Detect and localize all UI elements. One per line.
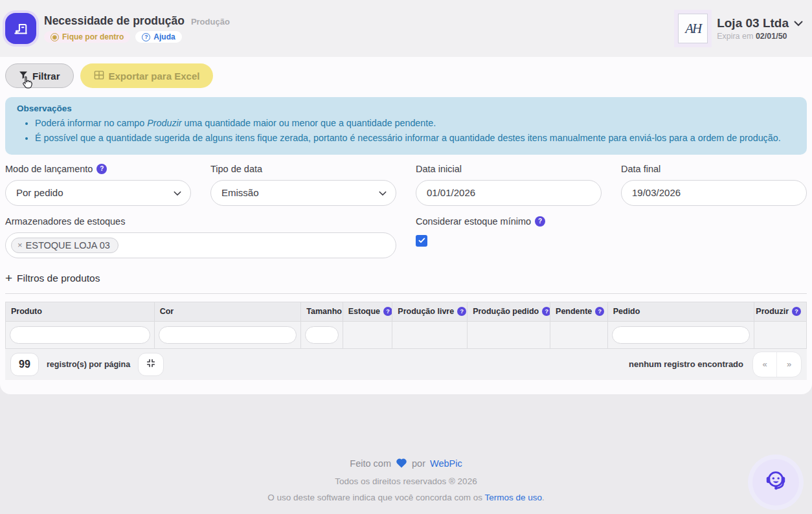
product-filters-toggle[interactable]: + Filtros de produtos: [5, 271, 807, 294]
filter-form: Modo de lançamento ? Por pedido Tipo de …: [5, 164, 807, 258]
pedido-filter-input[interactable]: [612, 326, 750, 344]
column-pedido: Pedido: [607, 302, 754, 321]
company-name: Loja 03 Ltda: [717, 16, 789, 30]
chevron-down-icon: [174, 187, 181, 198]
column-pendente: Pendente?: [550, 302, 608, 321]
stock-holders-input[interactable]: × ESTOQUE LOJA 03: [5, 232, 396, 258]
toolbar: Filtrar Exportar para Excel: [5, 62, 807, 91]
plus-icon: +: [5, 271, 12, 285]
table-filter-row: [6, 321, 807, 348]
remove-tag-icon[interactable]: ×: [17, 240, 23, 250]
by-text: por: [412, 459, 425, 469]
question-circle-icon: ?: [142, 33, 150, 41]
help-icon[interactable]: ?: [792, 307, 801, 316]
page-title: Necessidade de produção: [44, 14, 185, 28]
produto-filter-input[interactable]: [10, 326, 150, 344]
help-badge[interactable]: ? Ajuda: [135, 31, 181, 43]
observation-item: É possível que a quantidade sugerida de …: [35, 131, 795, 146]
start-date-input[interactable]: [427, 187, 591, 198]
top-header: Necessidade de produção Produção ◉ Fique…: [0, 0, 812, 57]
product-filters-label: Filtros de produtos: [17, 273, 100, 284]
stock-holders-field: Armazenadores de estoques × ESTOQUE LOJA…: [5, 216, 396, 258]
breadcrumb: Produção: [191, 17, 230, 27]
main-content: Filtrar Exportar para Excel Observações …: [0, 57, 812, 394]
help-icon[interactable]: ?: [595, 307, 604, 316]
production-table: Produto Cor Tamanho Estoque? Produção li…: [5, 302, 807, 349]
column-producao-livre: Produção livre?: [392, 302, 468, 321]
expiration-text: Expira em 02/01/50: [717, 32, 803, 41]
help-icon[interactable]: ?: [542, 307, 550, 316]
column-produzir: Produzir?: [754, 302, 807, 321]
filter-button[interactable]: Filtrar: [5, 63, 74, 88]
support-chat-button[interactable]: [752, 459, 799, 506]
pagination-bar: 99 registro(s) por página nenhum registr…: [5, 349, 807, 380]
column-estoque: Estoque?: [343, 302, 392, 321]
min-stock-label: Considerar estoque mínimo: [416, 216, 531, 227]
news-badge-label: Fique por dentro: [62, 32, 124, 41]
stock-holder-tag: × ESTOQUE LOJA 03: [11, 238, 118, 253]
brand-link[interactable]: WebPic: [430, 459, 462, 469]
compress-icon: [146, 358, 156, 370]
per-page-count[interactable]: 99: [10, 353, 39, 376]
end-date-input[interactable]: [632, 187, 796, 198]
made-with-text: Feito com: [350, 459, 391, 469]
end-date-label: Data final: [621, 164, 660, 174]
min-stock-checkbox[interactable]: [416, 235, 427, 247]
column-producao-pedido: Produção pedido?: [468, 302, 550, 321]
funnel-icon: [19, 71, 28, 82]
launch-mode-label: Modo de lançamento: [5, 164, 93, 174]
observations-title: Observações: [17, 104, 795, 113]
date-type-select[interactable]: Emissão: [210, 180, 396, 206]
observation-item: Poderá informar no campo Produzir uma qu…: [35, 116, 795, 131]
chevron-down-icon: [379, 187, 387, 198]
expiration-date: 02/01/50: [756, 32, 787, 41]
launch-mode-select[interactable]: Por pedido: [5, 180, 191, 206]
headset-agent-icon: [761, 466, 790, 498]
column-produto: Produto: [6, 302, 155, 321]
rights-text: Todos os direitos reservados ® 2026: [0, 477, 812, 486]
prev-page-button[interactable]: «: [753, 352, 777, 377]
produzir-emphasis: Produzir: [147, 118, 181, 128]
help-icon[interactable]: ?: [383, 307, 392, 316]
column-tamanho: Tamanho: [301, 302, 343, 321]
tamanho-filter-input[interactable]: [305, 326, 338, 344]
launch-mode-field: Modo de lançamento ? Por pedido: [5, 164, 191, 206]
end-date-field: Data final: [621, 164, 807, 206]
compress-button[interactable]: [138, 353, 164, 376]
company-selector[interactable]: Loja 03 Ltda: [717, 16, 803, 30]
stock-holder-tag-label: ESTOQUE LOJA 03: [26, 240, 110, 251]
footer: Feito com por WebPic Todos os direitos r…: [0, 394, 812, 502]
filter-button-label: Filtrar: [32, 71, 60, 82]
start-date-field: Data inicial: [416, 164, 602, 206]
chevron-down-icon: [794, 17, 803, 29]
company-logo: AH: [678, 14, 708, 43]
terms-link[interactable]: Termos de uso: [484, 493, 542, 502]
empty-result-message: nenhum registro encontrado: [629, 359, 743, 369]
launch-mode-value: Por pedido: [16, 187, 63, 198]
help-icon[interactable]: ?: [457, 307, 466, 316]
date-type-label: Tipo de data: [210, 164, 262, 174]
sewing-machine-icon: [5, 13, 36, 44]
help-icon[interactable]: ?: [96, 164, 107, 174]
next-page-button[interactable]: »: [777, 352, 801, 377]
start-date-label: Data inicial: [416, 164, 462, 174]
min-stock-field: Considerar estoque mínimo ?: [416, 216, 602, 258]
pager: « »: [752, 352, 802, 377]
date-type-value: Emissão: [221, 187, 259, 198]
observations-panel: Observações Poderá informar no campo Pro…: [5, 97, 807, 155]
export-excel-button[interactable]: Exportar para Excel: [80, 63, 214, 88]
column-cor: Cor: [154, 302, 301, 321]
stock-holders-label: Armazenadores de estoques: [5, 216, 125, 227]
date-type-field: Tipo de data Emissão: [210, 164, 396, 206]
export-excel-label: Exportar para Excel: [109, 71, 200, 82]
heart-icon: [396, 458, 407, 470]
per-page-label: registro(s) por página: [47, 360, 130, 369]
help-icon[interactable]: ?: [535, 216, 545, 227]
help-badge-label: Ajuda: [153, 32, 175, 41]
table-grid-icon: [94, 71, 104, 82]
news-badge[interactable]: ◉ Fique por dentro: [44, 31, 130, 43]
megaphone-icon: ◉: [51, 33, 59, 41]
table-header-row: Produto Cor Tamanho Estoque? Produção li…: [6, 302, 807, 321]
cor-filter-input[interactable]: [159, 326, 297, 344]
terms-line: O uso deste software indica que você con…: [0, 493, 812, 502]
